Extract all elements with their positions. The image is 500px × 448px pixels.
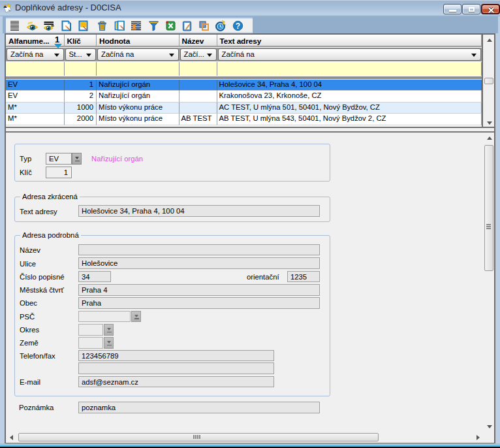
svg-text:?: ? [236,22,240,31]
